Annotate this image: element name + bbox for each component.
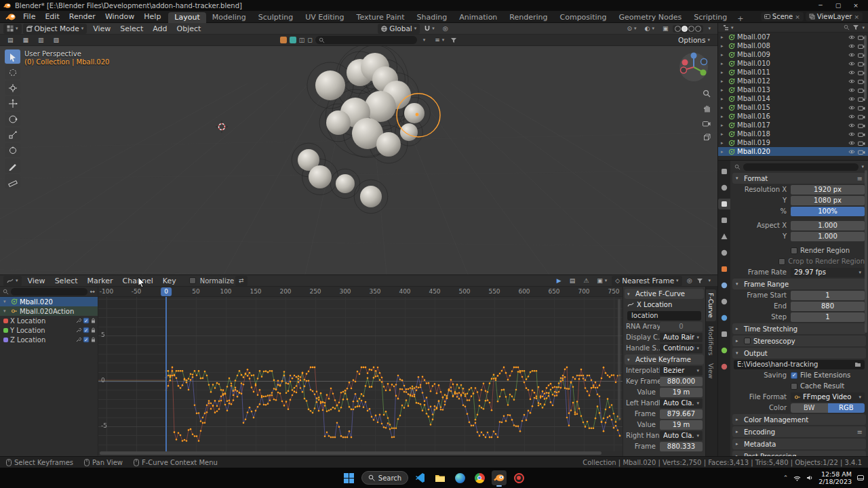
channel-mball-020[interactable]: ▾Mball.020 xyxy=(0,297,98,306)
filter-type-dropdown[interactable]: ▾ xyxy=(420,35,429,45)
playhead-frame-badge[interactable]: 0 xyxy=(161,287,172,296)
graph-menu-key[interactable]: Key xyxy=(158,277,181,285)
close-button[interactable]: × xyxy=(847,2,865,9)
outliner-item-mball-013[interactable]: ▸Mball.013 xyxy=(718,85,868,94)
taskbar-clock[interactable]: 12:58 AM 2/18/2023 xyxy=(818,470,852,485)
cache-result-checkbox[interactable] xyxy=(791,383,797,390)
disclosure-triangle-icon[interactable]: ▾ xyxy=(3,308,9,314)
start-button[interactable] xyxy=(342,470,357,485)
outliner-item-mball-012[interactable]: ▸Mball.012 xyxy=(718,77,868,85)
pan-hand-icon[interactable] xyxy=(699,102,714,115)
graph-editor-type-button[interactable]: ▾ xyxy=(3,276,22,286)
workspace-tab-compositing[interactable]: Compositing xyxy=(554,12,613,23)
hide-in-viewport-eye-icon[interactable] xyxy=(848,87,855,93)
file-format-dropdown[interactable]: FFmpeg Video▾ xyxy=(791,392,865,402)
toggle-bw[interactable]: BW xyxy=(791,403,828,413)
playhead-line[interactable] xyxy=(165,297,167,451)
lock-icon[interactable] xyxy=(91,318,96,323)
shading-dropdown[interactable]: ▾ xyxy=(705,24,714,34)
perspective-toggle-icon[interactable] xyxy=(699,130,714,144)
hide-in-viewport-eye-icon[interactable] xyxy=(848,79,855,84)
scene-selector[interactable]: Scene × xyxy=(761,12,804,21)
unlink-scene-icon[interactable]: × xyxy=(795,14,800,20)
channel-enable-checkbox[interactable]: ✓ xyxy=(83,327,90,333)
hide-in-viewport-eye-icon[interactable] xyxy=(848,123,855,128)
section-header-time-stretching[interactable]: ▸Time Stretching xyxy=(732,323,866,334)
frame-field[interactable]: 879.667 xyxy=(660,409,703,419)
disclosure-triangle-icon[interactable]: ▸ xyxy=(721,105,726,110)
disclosure-triangle-icon[interactable]: ▸ xyxy=(721,52,726,58)
normalize-checkbox[interactable] xyxy=(189,277,196,284)
filter-dropdown-arrow[interactable]: ▾ xyxy=(862,25,865,30)
outliner-item-mball-014[interactable]: ▸Mball.014 xyxy=(718,94,868,103)
workspace-tab-uv-editing[interactable]: UV Editing xyxy=(299,12,350,23)
file-explorer-app-icon[interactable] xyxy=(433,470,448,485)
move-tool-button[interactable] xyxy=(5,96,20,110)
preset-menu-icon[interactable]: ≡ xyxy=(857,175,863,182)
view-plane-icon[interactable]: ◻ xyxy=(307,37,312,43)
taskbar-search[interactable]: Search xyxy=(361,471,408,485)
modifier-wrench-icon[interactable] xyxy=(76,318,81,323)
workspace-tab-layout[interactable]: Layout xyxy=(168,12,205,23)
workspace-tab-modeling[interactable]: Modeling xyxy=(206,12,252,23)
workspace-tab-geometry-nodes[interactable]: Geometry Nodes xyxy=(612,12,688,23)
properties-search-input[interactable] xyxy=(743,163,859,171)
fcurve-plot-area[interactable]: -100-50050100150200250300350400450500550… xyxy=(98,287,623,456)
scale-tool-button[interactable] xyxy=(5,127,20,142)
channel-enable-checkbox[interactable]: ✓ xyxy=(83,318,90,324)
workspace-tab-rendering[interactable]: Rendering xyxy=(503,12,553,23)
disable-in-renders-camera-icon[interactable] xyxy=(858,114,865,119)
tab-data-properties[interactable] xyxy=(718,345,730,356)
view-layer-selector[interactable]: ViewLayer × xyxy=(806,12,863,21)
tab-scene-properties[interactable] xyxy=(718,231,730,242)
options-button[interactable]: Options▾ xyxy=(675,35,713,45)
hide-in-viewport-eye-icon[interactable] xyxy=(848,149,855,155)
viewport-menu-select[interactable]: Select xyxy=(115,24,148,33)
mode-selector[interactable]: Object Mode ▾ xyxy=(23,24,87,34)
pivot-point-icon[interactable]: ▦ xyxy=(20,35,33,45)
material-shading-button[interactable] xyxy=(688,26,694,32)
crop-to-render-region-checkbox[interactable] xyxy=(778,258,785,265)
disclosure-triangle-icon[interactable]: ▸ xyxy=(721,149,726,155)
network-icon[interactable] xyxy=(793,475,801,481)
section-header-post-processing[interactable]: ▸Post Processing xyxy=(732,451,866,456)
left-handl-dropdown[interactable]: Auto Cla...▾ xyxy=(660,399,703,408)
tab-tool[interactable] xyxy=(718,166,730,177)
filter-funnel-icon[interactable] xyxy=(852,24,859,30)
lock-icon[interactable] xyxy=(91,327,96,333)
disable-in-renders-camera-icon[interactable] xyxy=(858,140,865,146)
tab-physics-properties[interactable] xyxy=(718,312,730,323)
panel-header-active-f-curve[interactable]: ▾Active F-Curve xyxy=(625,289,704,299)
outliner-item-mball-016[interactable]: ▸Mball.016 xyxy=(718,112,868,121)
modifier-wrench-icon[interactable] xyxy=(76,337,81,342)
outliner-item-mball-008[interactable]: ▸Mball.008 xyxy=(718,41,868,50)
workspace-tab-shading[interactable]: Shading xyxy=(411,12,454,23)
tab-modifier-properties[interactable] xyxy=(718,280,730,291)
frame-ruler[interactable]: -100-50050100150200250300350400450500550… xyxy=(98,287,623,297)
rotate-tool-button[interactable] xyxy=(5,112,20,126)
navigation-gizmo[interactable] xyxy=(678,52,709,85)
section-header-output[interactable]: ▾Output xyxy=(732,348,866,359)
transform-orientation-selector[interactable]: Global ▾ xyxy=(378,24,420,34)
graph-menu-marker[interactable]: Marker xyxy=(83,277,118,285)
disclosure-triangle-icon[interactable]: ▸ xyxy=(721,43,726,49)
editor-type-button[interactable]: ▾ xyxy=(3,24,22,34)
handle-s-dropdown[interactable]: Continuous ...▾ xyxy=(660,344,703,353)
filter-dropdown[interactable]: ▾ xyxy=(705,276,714,286)
section-header-encoding[interactable]: ▸Encoding≡ xyxy=(732,426,866,437)
hide-in-viewport-eye-icon[interactable] xyxy=(848,131,855,137)
maximize-button[interactable]: ▢ xyxy=(829,2,847,9)
lock-icon[interactable] xyxy=(91,337,96,342)
hide-in-viewport-eye-icon[interactable] xyxy=(848,105,855,110)
workspace-tab-texture-paint[interactable]: Texture Paint xyxy=(351,12,411,23)
channel-search-input[interactable] xyxy=(11,288,87,296)
auto-merge-icon[interactable]: ▣▾ xyxy=(593,276,610,286)
frame-rate-dropdown[interactable]: 29.97 fps▾ xyxy=(791,268,865,277)
tab-render-properties[interactable] xyxy=(718,182,730,193)
fcurve-plot-canvas[interactable] xyxy=(98,297,623,451)
channel-filter-funnel-icon[interactable] xyxy=(696,278,703,284)
volume-icon[interactable] xyxy=(806,474,813,481)
edge-browser-app-icon[interactable] xyxy=(452,470,467,485)
camera-view-icon[interactable] xyxy=(699,117,714,130)
file-extensions-checkbox[interactable]: ✓ xyxy=(791,372,797,379)
